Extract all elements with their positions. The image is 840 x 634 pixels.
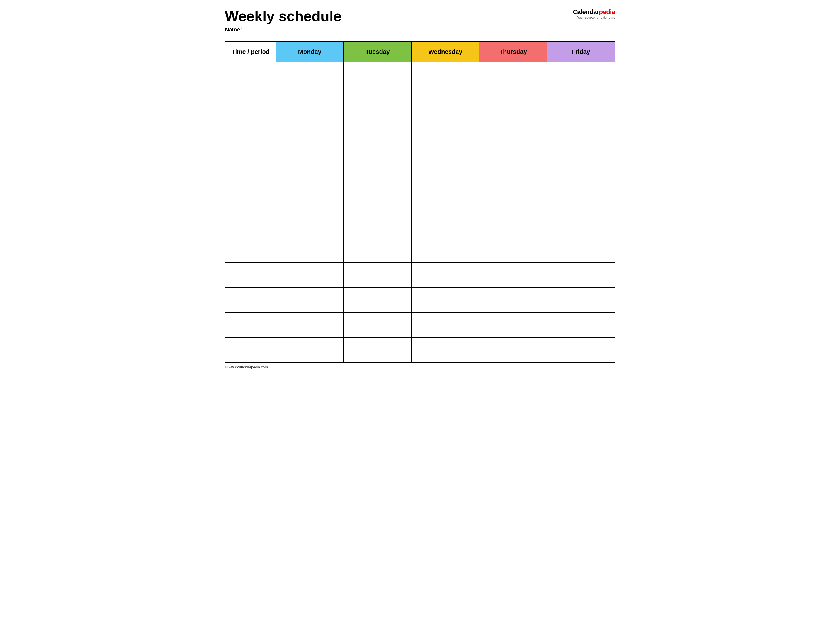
schedule-cell[interactable] — [547, 137, 615, 162]
schedule-cell[interactable] — [479, 62, 547, 87]
schedule-cell[interactable] — [344, 112, 411, 137]
title-block: Weekly schedule Name: — [225, 8, 573, 38]
schedule-cell[interactable] — [276, 287, 344, 312]
schedule-cell[interactable] — [411, 262, 479, 287]
schedule-cell[interactable] — [547, 187, 615, 212]
schedule-table: Time / period Monday Tuesday Wednesday T… — [225, 42, 615, 363]
schedule-cell[interactable] — [276, 162, 344, 187]
logo-tagline: Your source for calendars — [573, 16, 615, 19]
time-cell[interactable] — [225, 162, 276, 187]
schedule-cell[interactable] — [276, 312, 344, 338]
schedule-cell[interactable] — [276, 62, 344, 87]
schedule-cell[interactable] — [479, 87, 547, 112]
schedule-cell[interactable] — [276, 112, 344, 137]
schedule-cell[interactable] — [547, 312, 615, 338]
schedule-cell[interactable] — [547, 62, 615, 87]
col-header-time: Time / period — [225, 42, 276, 62]
schedule-cell[interactable] — [276, 338, 344, 363]
table-row — [225, 237, 615, 262]
schedule-cell[interactable] — [276, 87, 344, 112]
schedule-cell[interactable] — [344, 137, 411, 162]
logo-pedia-part: pedia — [599, 8, 615, 15]
schedule-cell[interactable] — [479, 262, 547, 287]
schedule-cell[interactable] — [411, 187, 479, 212]
time-cell[interactable] — [225, 137, 276, 162]
schedule-cell[interactable] — [276, 137, 344, 162]
schedule-cell[interactable] — [479, 162, 547, 187]
table-row — [225, 62, 615, 87]
schedule-cell[interactable] — [479, 212, 547, 237]
footer-area: © www.calendarpedia.com — [225, 365, 615, 369]
time-cell[interactable] — [225, 87, 276, 112]
schedule-cell[interactable] — [411, 87, 479, 112]
time-cell[interactable] — [225, 237, 276, 262]
copyright-text: © www.calendarpedia.com — [225, 365, 268, 369]
time-cell[interactable] — [225, 262, 276, 287]
col-header-friday: Friday — [547, 42, 615, 62]
table-row — [225, 338, 615, 363]
schedule-cell[interactable] — [276, 187, 344, 212]
schedule-cell[interactable] — [411, 338, 479, 363]
time-cell[interactable] — [225, 187, 276, 212]
schedule-cell[interactable] — [411, 162, 479, 187]
schedule-cell[interactable] — [479, 237, 547, 262]
schedule-cell[interactable] — [344, 87, 411, 112]
table-row — [225, 262, 615, 287]
header-area: Weekly schedule Name: Calendarpedia Your… — [225, 8, 615, 38]
schedule-cell[interactable] — [276, 237, 344, 262]
header-row: Time / period Monday Tuesday Wednesday T… — [225, 42, 615, 62]
time-cell[interactable] — [225, 62, 276, 87]
table-row — [225, 112, 615, 137]
schedule-cell[interactable] — [547, 287, 615, 312]
schedule-cell[interactable] — [479, 312, 547, 338]
schedule-cell[interactable] — [547, 212, 615, 237]
schedule-cell[interactable] — [411, 237, 479, 262]
schedule-cell[interactable] — [411, 287, 479, 312]
schedule-cell[interactable] — [547, 338, 615, 363]
schedule-cell[interactable] — [344, 62, 411, 87]
schedule-cell[interactable] — [479, 187, 547, 212]
schedule-cell[interactable] — [411, 137, 479, 162]
time-cell[interactable] — [225, 338, 276, 363]
schedule-cell[interactable] — [344, 287, 411, 312]
schedule-cell[interactable] — [547, 87, 615, 112]
table-row — [225, 312, 615, 338]
schedule-cell[interactable] — [479, 137, 547, 162]
schedule-cell[interactable] — [344, 212, 411, 237]
schedule-cell[interactable] — [411, 312, 479, 338]
schedule-cell[interactable] — [547, 237, 615, 262]
schedule-cell[interactable] — [411, 112, 479, 137]
col-header-wednesday: Wednesday — [411, 42, 479, 62]
schedule-cell[interactable] — [411, 212, 479, 237]
logo-text: Calendarpedia — [573, 8, 615, 16]
schedule-cell[interactable] — [344, 262, 411, 287]
page-container: Weekly schedule Name: Calendarpedia Your… — [225, 8, 615, 369]
schedule-cell[interactable] — [479, 338, 547, 363]
logo-calendar-part: Calendar — [573, 8, 599, 15]
schedule-cell[interactable] — [276, 262, 344, 287]
logo-block: Calendarpedia Your source for calendars — [573, 8, 615, 19]
name-label: Name: — [225, 27, 573, 33]
schedule-cell[interactable] — [276, 212, 344, 237]
schedule-cell[interactable] — [344, 312, 411, 338]
page-title: Weekly schedule — [225, 8, 573, 24]
col-header-thursday: Thursday — [479, 42, 547, 62]
table-row — [225, 137, 615, 162]
schedule-cell[interactable] — [547, 112, 615, 137]
schedule-cell[interactable] — [479, 112, 547, 137]
schedule-cell[interactable] — [547, 162, 615, 187]
schedule-cell[interactable] — [344, 162, 411, 187]
schedule-cell[interactable] — [547, 262, 615, 287]
schedule-cell[interactable] — [411, 62, 479, 87]
time-cell[interactable] — [225, 287, 276, 312]
schedule-cell[interactable] — [344, 338, 411, 363]
table-row — [225, 87, 615, 112]
table-row — [225, 162, 615, 187]
time-cell[interactable] — [225, 312, 276, 338]
table-row — [225, 287, 615, 312]
time-cell[interactable] — [225, 112, 276, 137]
schedule-cell[interactable] — [344, 187, 411, 212]
time-cell[interactable] — [225, 212, 276, 237]
schedule-cell[interactable] — [479, 287, 547, 312]
schedule-cell[interactable] — [344, 237, 411, 262]
